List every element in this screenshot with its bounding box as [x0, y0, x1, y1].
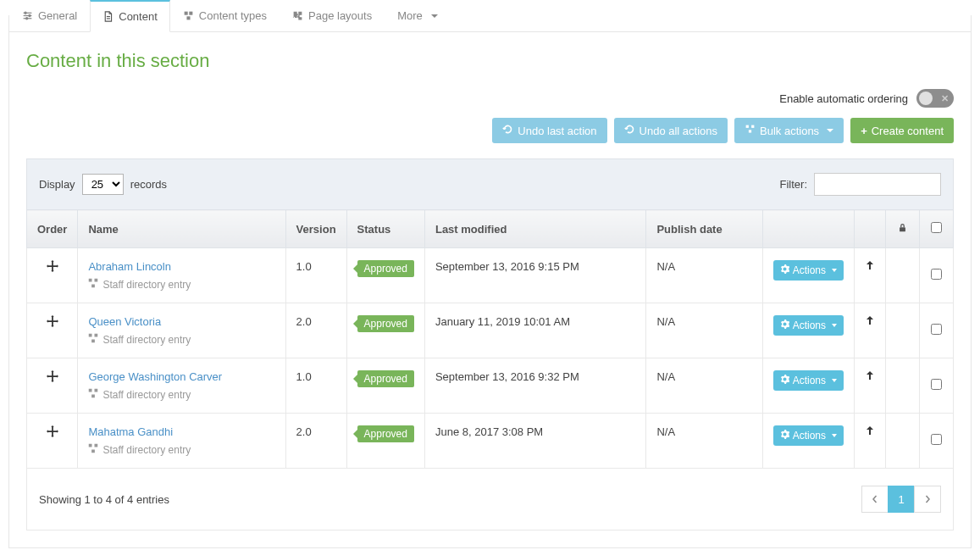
cubes-icon — [745, 124, 756, 137]
boxes-icon — [88, 333, 98, 346]
tab-label: General — [38, 9, 77, 22]
svg-point-3 — [25, 12, 26, 14]
row-modified: September 13, 2016 9:32 PM — [424, 358, 645, 414]
page-1[interactable]: 1 — [888, 486, 915, 513]
col-select-all — [920, 210, 954, 248]
row-checkbox[interactable] — [931, 324, 942, 335]
row-subtype: Staff directory entry — [102, 279, 191, 291]
select-all-checkbox[interactable] — [931, 222, 942, 233]
chevron-down-icon — [832, 324, 837, 327]
toggle-knob — [919, 92, 933, 105]
records-select[interactable]: 25 — [82, 174, 124, 195]
filter-bar: Display 25 records Filter: — [26, 158, 954, 209]
col-order[interactable]: Order — [27, 210, 78, 248]
row-version: 2.0 — [285, 303, 346, 358]
move-up-button[interactable] — [865, 315, 875, 328]
svg-rect-15 — [89, 279, 92, 282]
auto-order-toggle[interactable]: ✕ — [916, 89, 954, 108]
row-checkbox[interactable] — [931, 434, 942, 445]
tab-label: Content — [119, 10, 158, 23]
tab-page-layouts[interactable]: Page layouts — [280, 0, 385, 31]
row-modified: January 11, 2019 10:01 AM — [424, 303, 645, 358]
tab-content[interactable]: Content — [90, 0, 170, 32]
move-up-button[interactable] — [865, 260, 875, 273]
chevron-down-icon — [832, 434, 837, 437]
row-publish: N/A — [646, 414, 762, 469]
boxes-icon — [88, 278, 98, 291]
svg-rect-23 — [92, 395, 96, 398]
table-row: Mahatma Gandhi Staff directory entry 2.0… — [27, 414, 954, 469]
row-subtype: Staff directory entry — [102, 389, 191, 401]
col-publish-date[interactable]: Publish date — [646, 210, 762, 248]
row-name-link[interactable]: Queen Victoria — [88, 315, 161, 328]
document-icon — [102, 11, 114, 22]
col-lock — [886, 210, 920, 248]
gear-icon — [780, 375, 789, 386]
svg-rect-18 — [89, 334, 92, 337]
move-icon[interactable] — [47, 371, 58, 385]
col-version[interactable]: Version — [285, 210, 346, 248]
svg-rect-10 — [186, 16, 190, 19]
move-up-button[interactable] — [865, 370, 875, 383]
move-icon[interactable] — [47, 316, 58, 330]
col-name[interactable]: Name — [78, 210, 285, 248]
svg-rect-12 — [751, 125, 754, 128]
move-up-button[interactable] — [865, 425, 875, 438]
move-icon[interactable] — [47, 426, 58, 440]
row-name-link[interactable]: Abraham Lincoln — [88, 260, 171, 273]
tab-general[interactable]: General — [9, 0, 90, 31]
svg-point-4 — [29, 14, 30, 16]
row-actions-button[interactable]: Actions — [773, 370, 844, 391]
cubes-icon — [183, 10, 194, 21]
row-version: 1.0 — [285, 358, 346, 414]
gear-icon — [780, 430, 789, 442]
tab-content-types[interactable]: Content types — [170, 0, 280, 31]
row-publish: N/A — [646, 248, 762, 303]
svg-rect-9 — [189, 12, 192, 15]
undo-last-button[interactable]: Undo last action — [492, 118, 606, 143]
table-row: Abraham Lincoln Staff directory entry 1.… — [27, 248, 954, 303]
status-badge: Approved — [357, 260, 414, 277]
undo-icon — [624, 124, 635, 137]
filter-input[interactable] — [814, 173, 941, 196]
svg-rect-16 — [95, 279, 98, 282]
chevron-down-icon — [431, 14, 438, 18]
create-content-button[interactable]: + Create content — [850, 118, 954, 143]
undo-all-button[interactable]: Undo all actions — [614, 118, 728, 143]
gear-icon — [780, 264, 789, 276]
tab-more[interactable]: More — [385, 0, 451, 31]
table-row: George Washington Carver Staff directory… — [27, 358, 954, 414]
svg-rect-13 — [749, 130, 751, 132]
col-last-modified[interactable]: Last modified — [424, 210, 645, 248]
showing-text: Showing 1 to 4 of 4 entries — [39, 493, 169, 506]
chevron-down-icon — [832, 269, 837, 272]
row-checkbox[interactable] — [931, 379, 942, 390]
row-name-link[interactable]: Mahatma Gandhi — [88, 425, 173, 438]
svg-rect-17 — [92, 285, 96, 288]
tab-label: More — [397, 9, 423, 22]
svg-rect-20 — [92, 340, 96, 343]
move-icon[interactable] — [47, 261, 58, 275]
chevron-down-icon — [832, 379, 837, 382]
col-arrow — [855, 210, 886, 248]
status-badge: Approved — [357, 370, 414, 387]
page-prev[interactable] — [861, 486, 889, 513]
svg-rect-26 — [92, 450, 96, 453]
row-modified: June 8, 2017 3:08 PM — [424, 414, 645, 469]
row-actions-button[interactable]: Actions — [773, 425, 844, 446]
svg-rect-21 — [89, 389, 92, 392]
col-actions — [762, 210, 854, 248]
bulk-actions-button[interactable]: Bulk actions — [734, 118, 844, 143]
row-name-link[interactable]: George Washington Carver — [88, 370, 222, 383]
row-modified: September 13, 2016 9:15 PM — [424, 248, 645, 303]
col-status[interactable]: Status — [346, 210, 424, 248]
content-table: Order Name Version Status Last modified … — [26, 209, 954, 469]
page-next[interactable] — [914, 486, 941, 513]
row-actions-button[interactable]: Actions — [773, 315, 844, 336]
table-row: Queen Victoria Staff directory entry 2.0… — [27, 303, 954, 358]
pagination: 1 — [862, 486, 941, 513]
row-actions-button[interactable]: Actions — [773, 260, 844, 281]
row-checkbox[interactable] — [931, 269, 942, 280]
filter-label: Filter: — [780, 178, 808, 191]
tab-label: Content types — [199, 9, 267, 22]
